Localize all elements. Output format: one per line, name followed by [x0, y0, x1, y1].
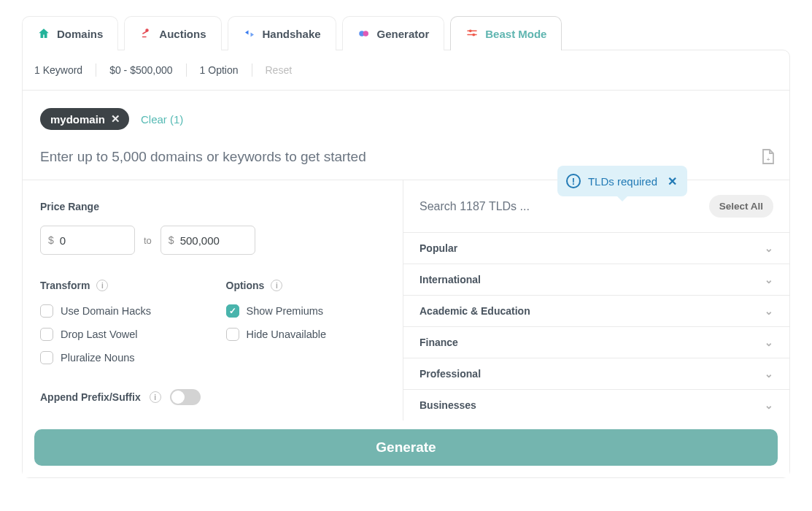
category-professional[interactable]: Professional ⌄: [403, 358, 789, 389]
tab-label: Handshake: [263, 28, 321, 40]
chevron-down-icon: ⌄: [765, 305, 773, 317]
chevron-down-icon: ⌄: [765, 242, 773, 254]
cb-label: Use Domain Hacks: [61, 305, 151, 317]
svg-point-8: [473, 34, 476, 36]
generate-wrap: Generate: [23, 420, 789, 477]
generate-button[interactable]: Generate: [34, 429, 778, 466]
svg-rect-1: [142, 31, 147, 34]
category-popular[interactable]: Popular ⌄: [403, 232, 789, 264]
select-all-button[interactable]: Select All: [709, 195, 773, 218]
columns: Price Range $ to $ Transform: [23, 180, 789, 420]
options-column: Options i Show Premiums Hide Unavailable: [226, 280, 383, 364]
card: 1 Keyword $0 - $500,000 1 Option Reset m…: [22, 50, 790, 478]
checkbox-icon: [40, 304, 53, 318]
append-row: Append Prefix/Suffix i: [40, 389, 382, 405]
tab-generator[interactable]: Generator: [342, 16, 445, 50]
cb-use-domain-hacks[interactable]: Use Domain Hacks: [40, 304, 197, 318]
tabs-container: Domains Auctions Handshake Generator Bea…: [22, 16, 790, 50]
info-icon[interactable]: i: [96, 280, 108, 291]
option-count: 1 Option: [200, 64, 239, 76]
price-range-summary: $0 - $500,000: [109, 64, 172, 76]
checkbox-grid: Transform i Use Domain Hacks Drop Last V…: [40, 280, 382, 364]
close-icon[interactable]: ✕: [111, 112, 120, 126]
separator: [186, 64, 187, 77]
close-icon[interactable]: ✕: [668, 174, 677, 188]
separator: [252, 64, 252, 77]
cb-show-premiums[interactable]: Show Premiums: [226, 304, 383, 318]
keyword-input[interactable]: [40, 149, 772, 165]
transform-label: Transform i: [40, 280, 197, 291]
price-max-input[interactable]: $: [161, 226, 255, 255]
tab-handshake[interactable]: Handshake: [228, 16, 336, 50]
svg-rect-2: [142, 36, 147, 38]
svg-text:+: +: [767, 156, 770, 163]
dollar-icon: $: [48, 234, 54, 246]
category-label: Finance: [419, 337, 458, 348]
category-label: Academic & Education: [419, 305, 530, 317]
svg-point-6: [469, 29, 472, 32]
chevron-down-icon: ⌄: [765, 274, 773, 285]
chip-text: mydomain: [50, 113, 105, 126]
dollar-icon: $: [169, 234, 174, 246]
paste-file-icon[interactable]: +: [762, 149, 775, 165]
tab-label: Domains: [57, 28, 103, 40]
price-max-field[interactable]: [180, 234, 247, 247]
left-panel: Price Range $ to $ Transform: [23, 180, 403, 420]
checkbox-icon: [40, 328, 53, 341]
cb-drop-last-vowel[interactable]: Drop Last Vowel: [40, 328, 197, 341]
info-icon[interactable]: i: [150, 391, 161, 403]
alert-icon: !: [566, 174, 581, 188]
house-icon: [37, 27, 50, 40]
price-range-label: Price Range: [40, 201, 382, 212]
cb-label: Pluralize Nouns: [61, 352, 135, 364]
category-finance[interactable]: Finance ⌄: [403, 326, 789, 358]
chips-row: mydomain ✕ Clear (1): [40, 108, 772, 130]
price-min-field[interactable]: [60, 234, 127, 247]
handshake-icon: [243, 27, 256, 40]
clear-all-link[interactable]: Clear (1): [141, 113, 183, 126]
options-label: Options i: [226, 280, 383, 291]
categories: Popular ⌄ International ⌄ Academic & Edu…: [403, 232, 789, 420]
tab-label: Auctions: [159, 28, 206, 40]
chevron-down-icon: ⌄: [765, 399, 773, 411]
keyword-count: 1 Keyword: [34, 64, 82, 76]
separator: [96, 64, 96, 77]
right-panel: ! TLDs required ✕ Select All Popular ⌄ I…: [403, 180, 789, 420]
tld-search-input[interactable]: [419, 200, 699, 213]
tooltip-text: TLDs required: [588, 175, 657, 188]
checkbox-icon: [226, 304, 239, 318]
cb-label: Drop Last Vowel: [61, 328, 138, 340]
cb-label: Hide Unavailable: [247, 328, 327, 340]
price-min-input[interactable]: $: [40, 226, 135, 255]
category-label: Professional: [419, 368, 481, 380]
chevron-down-icon: ⌄: [765, 337, 773, 348]
append-toggle[interactable]: [170, 389, 201, 405]
tab-domains[interactable]: Domains: [22, 16, 118, 50]
tab-auctions[interactable]: Auctions: [124, 16, 221, 50]
info-icon[interactable]: i: [271, 280, 282, 291]
chevron-down-icon: ⌄: [765, 368, 773, 380]
cb-label: Show Premiums: [247, 305, 324, 317]
summary-bar: 1 Keyword $0 - $500,000 1 Option Reset: [23, 50, 789, 91]
app-root: Domains Auctions Handshake Generator Bea…: [0, 0, 812, 511]
keyword-chip[interactable]: mydomain ✕: [40, 108, 129, 130]
generator-icon: [357, 27, 371, 40]
tab-label: Beast Mode: [485, 28, 546, 40]
tab-beast-mode[interactable]: Beast Mode: [450, 16, 562, 50]
sliders-icon: [465, 27, 479, 40]
svg-point-4: [363, 31, 368, 36]
price-row: $ to $: [40, 226, 382, 255]
cb-hide-unavailable[interactable]: Hide Unavailable: [226, 328, 383, 341]
category-label: Businesses: [419, 399, 476, 411]
reset-link[interactable]: Reset: [266, 64, 293, 76]
append-label: Append Prefix/Suffix: [40, 391, 141, 403]
category-academic[interactable]: Academic & Education ⌄: [403, 295, 789, 326]
gavel-icon: [139, 27, 152, 40]
transform-column: Transform i Use Domain Hacks Drop Last V…: [40, 280, 197, 364]
category-businesses[interactable]: Businesses ⌄: [403, 389, 789, 420]
category-label: International: [419, 274, 481, 285]
tlds-required-tooltip: ! TLDs required ✕: [557, 166, 687, 196]
tab-label: Generator: [377, 28, 430, 40]
cb-pluralize-nouns[interactable]: Pluralize Nouns: [40, 351, 197, 364]
category-international[interactable]: International ⌄: [403, 264, 789, 295]
